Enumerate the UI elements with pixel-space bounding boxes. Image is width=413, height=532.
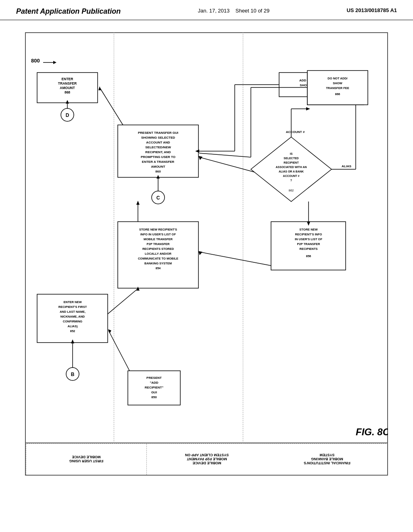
svg-text:850: 850 bbox=[151, 395, 157, 399]
svg-line-23 bbox=[199, 157, 259, 173]
svg-text:ACCOUNT #: ACCOUNT # bbox=[286, 130, 305, 134]
header-center: Jan. 17, 2013 Sheet 10 of 29 bbox=[198, 7, 269, 15]
svg-text:B: B bbox=[71, 372, 75, 377]
svg-text:ASSOCIATED WITH AN: ASSOCIATED WITH AN bbox=[276, 166, 307, 168]
svg-text:RECIPIENTS: RECIPIENTS bbox=[299, 247, 317, 251]
svg-text:RECIPIENT'S FIRST: RECIPIENT'S FIRST bbox=[58, 305, 87, 309]
svg-marker-1 bbox=[53, 61, 56, 64]
svg-text:NICKNAME, AND: NICKNAME, AND bbox=[60, 315, 85, 318]
bottom-labels: FIRST USER USINGMOBILE DEVICE MOBILE DEV… bbox=[25, 443, 388, 476]
svg-text:866: 866 bbox=[335, 92, 340, 96]
svg-text:862: 862 bbox=[289, 189, 294, 192]
svg-text:DO NOT ADD/: DO NOT ADD/ bbox=[327, 77, 348, 80]
svg-text:852: 852 bbox=[70, 329, 75, 333]
svg-text:BANKING SYSTEM: BANKING SYSTEM bbox=[144, 262, 172, 265]
svg-text:?: ? bbox=[290, 179, 292, 182]
svg-text:RECIPIENT: RECIPIENT bbox=[284, 161, 299, 164]
svg-text:868: 868 bbox=[65, 90, 70, 94]
svg-text:ALIAS: ALIAS bbox=[342, 164, 352, 168]
svg-text:STORE NEW: STORE NEW bbox=[299, 228, 318, 231]
svg-text:COMMUNICATE TO MOBILE: COMMUNICATE TO MOBILE bbox=[138, 257, 178, 260]
svg-text:860: 860 bbox=[155, 170, 161, 173]
svg-text:SELECTED: SELECTED bbox=[284, 157, 298, 160]
svg-text:ENTER NEW: ENTER NEW bbox=[64, 300, 82, 304]
publication-date: Jan. 17, 2013 bbox=[198, 8, 229, 14]
svg-text:MOBILE TRANSFER: MOBILE TRANSFER bbox=[144, 237, 173, 241]
svg-text:INFO IN USER'S LIST OF: INFO IN USER'S LIST OF bbox=[140, 233, 176, 236]
svg-text:PRESENT TRANSFER GUI: PRESENT TRANSFER GUI bbox=[138, 131, 178, 135]
svg-text:IN USER'S LIST OF: IN USER'S LIST OF bbox=[295, 237, 322, 241]
svg-text:RECIPIENT, AND: RECIPIENT, AND bbox=[145, 150, 171, 154]
svg-text:TRANSFER FEE: TRANSFER FEE bbox=[326, 86, 349, 90]
svg-marker-82 bbox=[306, 107, 310, 110]
svg-text:ALIAS OR A BANK: ALIAS OR A BANK bbox=[279, 170, 304, 173]
patent-number: US 2013/0018785 A1 bbox=[346, 7, 397, 13]
svg-line-108 bbox=[199, 153, 251, 157]
svg-text:ENTER A TRANSFER: ENTER A TRANSFER bbox=[142, 160, 175, 164]
svg-text:LOCALLY AND/OR: LOCALLY AND/OR bbox=[145, 252, 172, 256]
svg-text:RECIPIENT'S INFO: RECIPIENT'S INFO bbox=[295, 233, 322, 236]
svg-marker-44 bbox=[198, 251, 202, 255]
svg-text:RECIPIENT": RECIPIENT" bbox=[145, 386, 164, 389]
svg-text:ACCOUNT #: ACCOUNT # bbox=[283, 175, 300, 177]
svg-text:STORE NEW RECIPIENT'S: STORE NEW RECIPIENT'S bbox=[139, 228, 177, 231]
page-header: Patent Application Publication Jan. 17, … bbox=[0, 0, 413, 20]
svg-text:AMOUNT: AMOUNT bbox=[151, 165, 165, 168]
svg-text:854: 854 bbox=[156, 266, 161, 270]
svg-text:PRESENT: PRESENT bbox=[146, 376, 162, 380]
svg-text:RECIPIENTS STORED: RECIPIENTS STORED bbox=[142, 247, 174, 251]
svg-text:P2P TRANSFER: P2P TRANSFER bbox=[147, 242, 170, 246]
svg-text:SHOWING SELECTED: SHOWING SELECTED bbox=[141, 136, 175, 139]
svg-text:ALIAS): ALIAS) bbox=[68, 324, 78, 328]
publication-title: Patent Application Publication bbox=[16, 7, 121, 16]
svg-text:PROMPTING USER TO: PROMPTING USER TO bbox=[141, 155, 175, 159]
svg-text:AND LAST NAME,: AND LAST NAME, bbox=[60, 310, 86, 314]
svg-text:D: D bbox=[66, 112, 69, 118]
svg-text:IS: IS bbox=[290, 152, 293, 155]
diagram-number: 800 bbox=[31, 58, 40, 64]
label-col1: FIRST USER USINGMOBILE DEVICE bbox=[26, 444, 146, 475]
sheet-info: Sheet 10 of 29 bbox=[236, 8, 270, 14]
svg-text:SHOW: SHOW bbox=[333, 81, 342, 85]
svg-text:CONFIRMING: CONFIRMING bbox=[63, 320, 82, 323]
svg-text:FIG. 8C: FIG. 8C bbox=[356, 426, 388, 437]
svg-text:ACCOUNT AND: ACCOUNT AND bbox=[146, 141, 170, 144]
svg-text:C: C bbox=[156, 195, 160, 201]
svg-line-43 bbox=[199, 252, 273, 266]
diagram-svg: 800 ENTER TRANSFER AMOUNT 868 D PRESENT … bbox=[25, 32, 388, 476]
patent-diagram: 800 ENTER TRANSFER AMOUNT 868 D PRESENT … bbox=[25, 32, 388, 476]
svg-marker-30 bbox=[136, 201, 140, 205]
label-col3: FINANCIAL INSTITUTION'SMOBILE BANKINGSYS… bbox=[267, 444, 387, 475]
svg-text:"ADD: "ADD bbox=[150, 381, 158, 384]
svg-text:P2P TRANSFER: P2P TRANSFER bbox=[297, 242, 321, 246]
svg-text:AMOUNT: AMOUNT bbox=[60, 86, 75, 90]
svg-text:ENTER: ENTER bbox=[62, 77, 73, 81]
svg-text:SELECTED/NEW: SELECTED/NEW bbox=[145, 145, 171, 149]
svg-text:GUI: GUI bbox=[151, 391, 157, 394]
label-col2: MOBILE DEVICEMOBILE P2P PAYMENTSYSTEM CL… bbox=[146, 444, 267, 475]
svg-text:TRANSFER: TRANSFER bbox=[58, 81, 77, 85]
svg-text:856: 856 bbox=[306, 254, 311, 258]
